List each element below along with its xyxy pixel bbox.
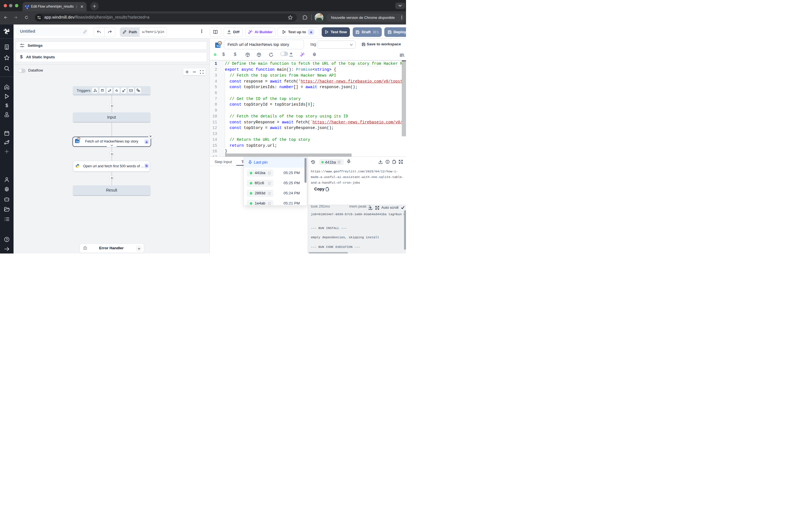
svg-text:$: $ [5,103,8,108]
